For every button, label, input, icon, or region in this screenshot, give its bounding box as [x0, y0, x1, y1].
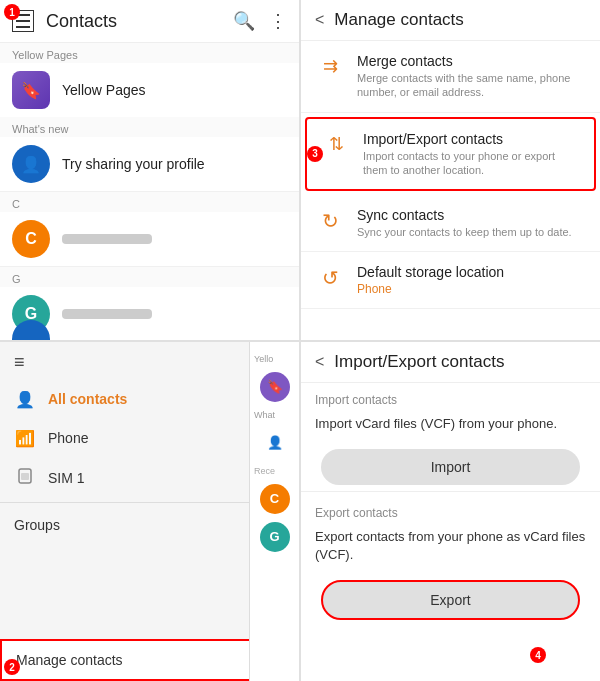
export-contacts-section-label: Export contacts: [301, 496, 600, 524]
sync-icon: [315, 209, 345, 233]
merge-contacts-desc: Merge contacts with the same name, phone…: [357, 71, 586, 100]
all-contacts-label: All contacts: [48, 391, 256, 407]
import-export-panel: < Import/Export contacts Import contacts…: [301, 342, 600, 682]
manage-header: < Manage contacts: [301, 0, 600, 41]
sim1-label: SIM 1: [48, 470, 278, 486]
phone-label: Phone: [48, 430, 278, 446]
peek-yello-label: Yello: [250, 350, 299, 368]
manage-contacts-button-label: Manage contacts: [16, 652, 123, 668]
storage-location-subtitle: Phone: [357, 282, 586, 296]
import-back-arrow-icon[interactable]: <: [315, 353, 324, 371]
merge-contacts-title: Merge contacts: [357, 53, 586, 69]
peek-what-label: What: [250, 406, 299, 424]
more-icon[interactable]: ⋮: [269, 10, 287, 32]
peek-strip: Yello 🔖 What 👤 Rece C G: [249, 342, 299, 682]
svg-rect-1: [21, 473, 29, 480]
yellow-pages-avatar: 🔖: [12, 71, 50, 109]
manage-contacts-title: Manage contacts: [334, 10, 463, 30]
peek-avatar-g: G: [260, 522, 290, 552]
step-badge-3: 3: [307, 146, 323, 162]
header-icons: 🔍 ⋮: [233, 10, 287, 32]
search-icon[interactable]: 🔍: [233, 10, 255, 32]
merge-icon: [315, 55, 345, 77]
contact-c-item[interactable]: C: [0, 212, 299, 267]
sim-icon: ​: [14, 468, 36, 488]
contacts-header: Contacts 🔍 ⋮: [0, 0, 299, 43]
import-export-panel-title: Import/Export contacts: [334, 352, 504, 372]
storage-location-item[interactable]: Default storage location Phone: [301, 252, 600, 309]
import-export-header: < Import/Export contacts: [301, 342, 600, 383]
phone-icon: 📶: [14, 429, 36, 448]
import-export-block: Import/Export contacts Import contacts t…: [363, 131, 580, 178]
peek-avatar-yp: 🔖: [260, 372, 290, 402]
section-g: G: [0, 267, 299, 287]
import-contacts-desc: Import vCard files (VCF) from your phone…: [301, 411, 600, 443]
import-button[interactable]: Import: [321, 449, 580, 485]
try-sharing-avatar: 👤: [12, 145, 50, 183]
back-arrow-icon[interactable]: <: [315, 11, 324, 29]
all-contacts-icon: 👤: [14, 390, 36, 409]
import-export-icon: [321, 133, 351, 155]
peek-recent-label: Rece: [250, 462, 299, 480]
try-sharing-label: Try sharing your profile: [62, 156, 205, 172]
yellow-pages-section: Yellow Pages: [0, 43, 299, 63]
step-badge-2: 2: [4, 659, 20, 675]
whats-new-section: What's new: [0, 117, 299, 137]
contacts-title: Contacts: [46, 11, 233, 32]
sync-contacts-title: Sync contacts: [357, 207, 586, 223]
partial-avatar: [12, 320, 50, 340]
try-sharing-item[interactable]: 👤 Try sharing your profile: [0, 137, 299, 192]
contact-g-name: [62, 309, 152, 319]
storage-icon: [315, 266, 345, 290]
yellow-pages-name: Yellow Pages: [62, 82, 146, 98]
import-export-title: Import/Export contacts: [363, 131, 580, 147]
yellow-pages-item[interactable]: 🔖 Yellow Pages: [0, 63, 299, 117]
step-badge-4: 4: [530, 647, 546, 663]
import-export-section-divider: [301, 491, 600, 492]
import-export-wrapper: 3 Import/Export contacts Import contacts…: [301, 117, 600, 192]
merge-contacts-item[interactable]: Merge contacts Merge contacts with the s…: [301, 41, 600, 113]
import-contacts-section-label: Import contacts: [301, 383, 600, 411]
sync-contacts-block: Sync contacts Sync your contacts to keep…: [357, 207, 586, 239]
contact-c-avatar: C: [12, 220, 50, 258]
step-badge-1: 1: [4, 4, 20, 20]
export-button[interactable]: Export: [321, 580, 580, 620]
groups-label: Groups: [14, 517, 273, 533]
export-contacts-desc: Export contacts from your phone as vCard…: [301, 524, 600, 574]
sync-contacts-item[interactable]: Sync contacts Sync your contacts to keep…: [301, 195, 600, 252]
section-c: C: [0, 192, 299, 212]
storage-location-block: Default storage location Phone: [357, 264, 586, 296]
peek-avatar-what: 👤: [260, 428, 290, 458]
contacts-list-panel: 1 Contacts 🔍 ⋮ Yellow Pages 🔖 Yellow Pag…: [0, 0, 299, 340]
peek-avatar-c: C: [260, 484, 290, 514]
manage-contacts-panel: < Manage contacts Merge contacts Merge c…: [301, 0, 600, 340]
partial-avatar-circle: [12, 320, 50, 340]
merge-contacts-block: Merge contacts Merge contacts with the s…: [357, 53, 586, 100]
import-export-item[interactable]: Import/Export contacts Import contacts t…: [305, 117, 596, 192]
sync-contacts-desc: Sync your contacts to keep them up to da…: [357, 225, 586, 239]
storage-location-title: Default storage location: [357, 264, 586, 280]
contact-c-name: [62, 234, 152, 244]
import-export-desc: Import contacts to your phone or export …: [363, 149, 580, 178]
sidebar-panel: ≡ ⚙ 👤 All contacts 1293 📶 Phone 0 ​ SIM …: [0, 342, 299, 682]
sidebar-menu-icon[interactable]: ≡: [14, 352, 25, 373]
